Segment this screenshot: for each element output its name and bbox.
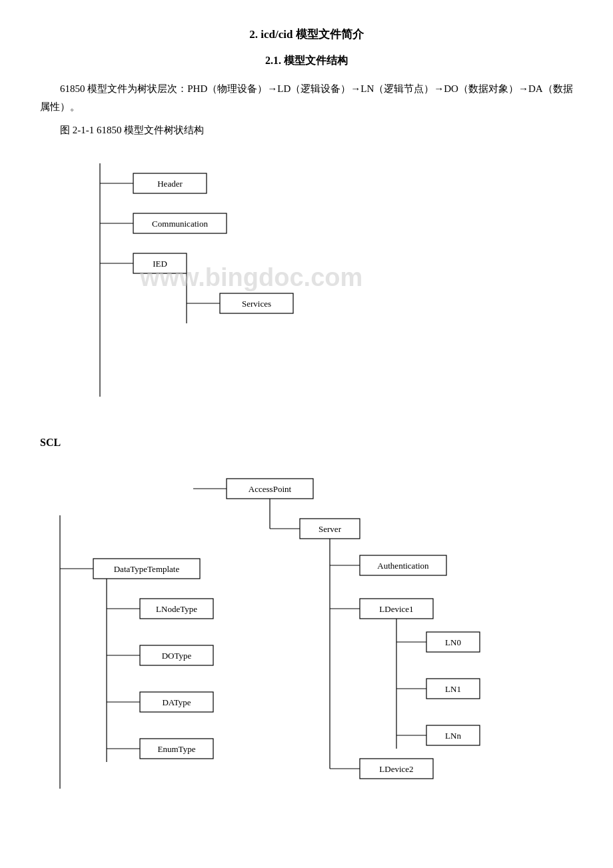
tree-diagram-1: www.bingdoc.com Header Communication IED… bbox=[40, 143, 573, 423]
scl-label: SCL bbox=[40, 437, 573, 449]
figure-title: 图 2-1-1 61850 模型文件树状结构 bbox=[40, 124, 573, 137]
node-ldevice2: LDevice2 bbox=[379, 764, 413, 774]
paragraph1: 61850 模型文件为树状层次：PHD（物理设备）→LD（逻辑设备）→LN（逻辑… bbox=[40, 80, 573, 116]
node-lnn: LNn bbox=[445, 731, 461, 741]
tree-diagram-2: AccessPoint Server Authentication LDevic… bbox=[40, 462, 573, 795]
node-dotype: DOType bbox=[162, 651, 192, 661]
node-services: Services bbox=[242, 299, 271, 309]
node-authentication: Authentication bbox=[377, 561, 429, 571]
node-ln1: LN1 bbox=[445, 684, 461, 694]
node-header: Header bbox=[157, 179, 183, 189]
node-ln0: LN0 bbox=[445, 637, 461, 647]
node-datatypetemplate: DataTypeTemplate bbox=[114, 564, 180, 574]
node-lnodetype: LNodeType bbox=[156, 604, 197, 614]
node-accesspoint: AccessPoint bbox=[249, 484, 292, 494]
node-communication: Communication bbox=[152, 219, 208, 229]
node-datype: DAType bbox=[162, 697, 191, 707]
node-enumtype: EnumType bbox=[158, 744, 196, 754]
section-title: 2.1. 模型文件结构 bbox=[40, 54, 573, 68]
node-server: Server bbox=[318, 524, 342, 534]
page-title: 2. icd/cid 模型文件简介 bbox=[40, 27, 573, 42]
node-ied: IED bbox=[153, 259, 167, 269]
node-ldevice1: LDevice1 bbox=[379, 604, 413, 614]
